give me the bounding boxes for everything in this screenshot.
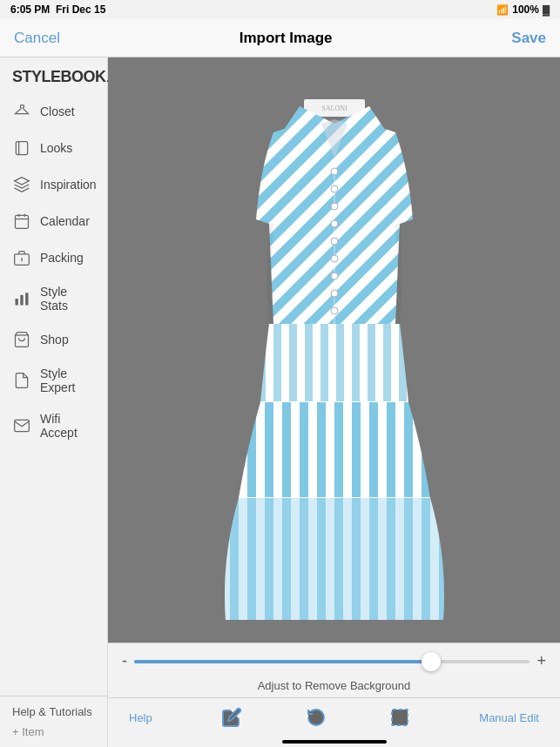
sidebar-item-style-stats[interactable]: Style Stats — [0, 276, 107, 321]
sidebar-item-calendar[interactable]: Calendar — [0, 203, 107, 239]
toolbar: Help — [108, 697, 560, 737]
battery-level: 100% — [512, 3, 539, 16]
sidebar-item-shop[interactable]: Shop — [0, 321, 107, 358]
app-logo: STYLEBOOK. — [0, 57, 107, 93]
slider-fill — [134, 660, 431, 663]
help-tutorials-button[interactable]: Help & Tutorials — [12, 705, 95, 718]
sidebar-nav: Closet Looks Inspiration — [0, 93, 107, 696]
svg-rect-10 — [25, 293, 28, 305]
sidebar-item-style-expert[interactable]: Style Expert — [0, 358, 107, 403]
svg-rect-2 — [16, 215, 29, 228]
sidebar-item-inspiration[interactable]: Inspiration — [0, 166, 107, 203]
hanger-icon — [12, 102, 31, 121]
style-stats-label: Style Stats — [40, 285, 95, 313]
svg-point-29 — [331, 307, 338, 314]
manual-edit-button[interactable]: Manual Edit — [472, 708, 546, 728]
closet-label: Closet — [40, 104, 75, 118]
looks-icon — [12, 138, 31, 158]
style-expert-label: Style Expert — [40, 367, 95, 394]
svg-point-24 — [331, 220, 338, 227]
status-indicators: 📶 100% ▓ — [496, 3, 550, 16]
slider-increase-button[interactable]: + — [536, 652, 546, 670]
svg-point-22 — [331, 185, 338, 192]
status-bar: 6:05 PM Fri Dec 15 📶 100% ▓ — [0, 0, 560, 19]
bottom-controls: - + Adjust to Remove Background Help — [108, 643, 560, 747]
slider-thumb[interactable] — [422, 652, 441, 671]
cancel-button[interactable]: Cancel — [14, 30, 60, 47]
nav-bar: Cancel Import Image Save — [0, 19, 560, 57]
sidebar-bottom: Help & Tutorials + Item — [0, 696, 107, 747]
slider-hint: Adjust to Remove Background — [108, 679, 560, 697]
content-area: SALONI — [108, 57, 560, 747]
chart-icon — [12, 289, 31, 308]
add-item-button[interactable]: + Item — [12, 725, 95, 738]
shop-icon — [12, 330, 31, 349]
document-icon — [12, 371, 31, 390]
sidebar: STYLEBOOK. Closet Looks — [0, 57, 108, 747]
suitcase-icon — [12, 248, 31, 267]
edit-icon[interactable] — [219, 705, 244, 730]
dress-svg: SALONI — [195, 63, 474, 637]
slider-track[interactable] — [134, 660, 530, 663]
svg-rect-32 — [392, 710, 408, 725]
home-indicator — [282, 740, 387, 744]
nav-title: Import Image — [240, 30, 333, 47]
calendar-icon — [12, 212, 31, 231]
crop-icon[interactable] — [388, 705, 412, 730]
sidebar-item-wifi-accept[interactable]: Wifi Accept — [0, 403, 107, 448]
slider-decrease-button[interactable]: - — [122, 652, 127, 670]
svg-point-21 — [331, 168, 338, 175]
slider-row: - + — [108, 643, 560, 679]
svg-rect-0 — [16, 142, 27, 155]
inspiration-label: Inspiration — [40, 178, 97, 192]
packing-label: Packing — [40, 251, 84, 265]
calendar-label: Calendar — [40, 214, 90, 228]
svg-rect-9 — [20, 295, 23, 306]
help-button[interactable]: Help — [122, 708, 159, 728]
envelope-icon — [12, 416, 31, 435]
svg-point-28 — [331, 290, 338, 297]
sidebar-item-packing[interactable]: Packing — [0, 239, 107, 276]
wifi-icon: 📶 — [496, 4, 509, 16]
svg-rect-8 — [16, 299, 18, 306]
main-content: STYLEBOOK. Closet Looks — [0, 57, 560, 747]
svg-point-27 — [331, 273, 338, 279]
dress-preview: SALONI — [195, 63, 474, 637]
rotate-icon[interactable] — [304, 705, 328, 730]
wifi-accept-label: Wifi Accept — [40, 412, 95, 440]
sidebar-item-closet[interactable]: Closet — [0, 93, 107, 130]
shop-label: Shop — [40, 333, 69, 347]
svg-point-26 — [331, 255, 338, 262]
svg-point-23 — [331, 203, 338, 210]
inspiration-icon — [12, 175, 31, 194]
looks-label: Looks — [40, 141, 72, 155]
svg-text:SALONI: SALONI — [321, 104, 347, 112]
sidebar-item-looks[interactable]: Looks — [0, 130, 107, 166]
svg-point-25 — [331, 238, 338, 245]
save-button[interactable]: Save — [511, 30, 546, 47]
status-time: 6:05 PM Fri Dec 15 — [10, 3, 105, 16]
image-area[interactable]: SALONI — [108, 57, 560, 643]
battery-icon: ▓ — [543, 4, 550, 15]
